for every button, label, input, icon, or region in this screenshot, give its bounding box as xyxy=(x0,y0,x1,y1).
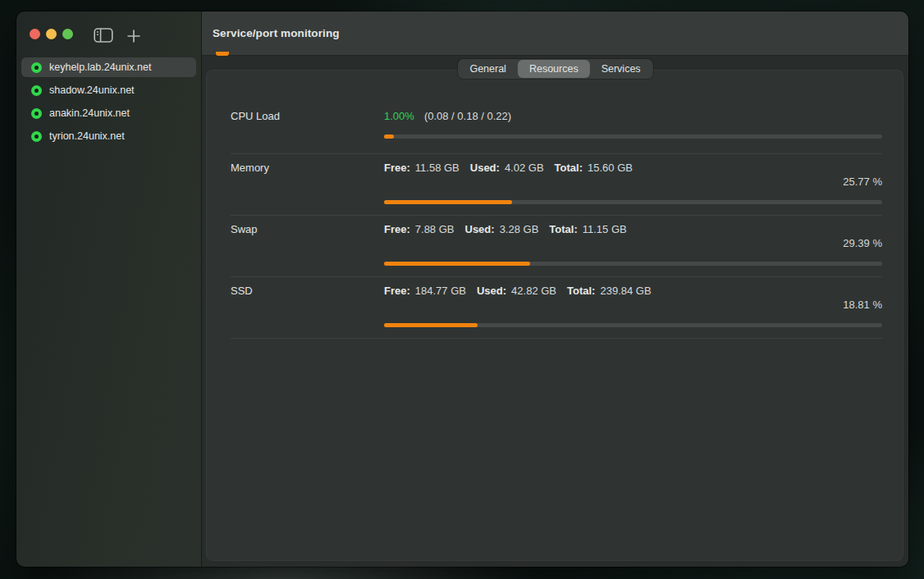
used-label: Used: xyxy=(465,223,495,235)
total-label: Total: xyxy=(549,223,577,235)
cpu-load-label: CPU Load xyxy=(231,110,384,139)
plus-icon xyxy=(126,29,141,43)
server-name: shadow.24unix.net xyxy=(49,84,135,96)
resource-values: Free:11.58 GBUsed:4.02 GBTotal:15.60 GB xyxy=(384,162,882,175)
resource-label: Swap xyxy=(231,223,384,266)
app-window: keyhelp.lab.24unix.net shadow.24unix.net… xyxy=(16,11,908,567)
server-item-anakin[interactable]: anakin.24unix.net xyxy=(21,103,196,123)
cpu-progress-track xyxy=(384,134,882,139)
resources-panel: CPU Load 1.00%(0.08 / 0.18 / 0.22) Memor… xyxy=(206,70,903,561)
resource-values: Free:184.77 GBUsed:42.82 GBTotal:239.84 … xyxy=(384,285,882,298)
used-label: Used: xyxy=(477,285,506,297)
desktop-background: keyhelp.lab.24unix.net shadow.24unix.net… xyxy=(0,0,924,579)
progress-fill xyxy=(384,200,512,204)
server-name: tyrion.24unix.net xyxy=(49,130,125,142)
server-status-online-icon xyxy=(31,62,42,73)
tab-label: Services xyxy=(602,63,641,75)
resource-label: Memory xyxy=(231,162,384,204)
total-value: 15.60 GB xyxy=(588,162,633,174)
progress-fill xyxy=(384,323,478,327)
used-value: 4.02 GB xyxy=(505,162,544,174)
percent-label: 25.77 % xyxy=(843,176,882,188)
minimize-window-button[interactable] xyxy=(46,29,57,39)
server-item-tyrion[interactable]: tyrion.24unix.net xyxy=(21,126,196,146)
sidebar-icon xyxy=(94,27,113,43)
server-list: keyhelp.lab.24unix.net shadow.24unix.net… xyxy=(16,57,201,146)
percent-label: 29.39 % xyxy=(843,237,882,249)
traffic-lights xyxy=(30,29,73,39)
cpu-load-row: CPU Load 1.00%(0.08 / 0.18 / 0.22) xyxy=(231,70,882,154)
server-status-online-icon xyxy=(31,85,42,96)
progress-track xyxy=(384,262,882,266)
total-value: 11.15 GB xyxy=(583,223,627,235)
free-label: Free: xyxy=(384,162,410,174)
zoom-window-button[interactable] xyxy=(62,29,73,39)
cpu-load-values: 1.00%(0.08 / 0.18 / 0.22) xyxy=(384,110,882,123)
free-value: 7.88 GB xyxy=(415,223,455,235)
tab-resources[interactable]: Resources xyxy=(518,60,590,78)
total-label: Total: xyxy=(555,162,583,174)
tab-label: General xyxy=(469,63,505,75)
window-title: Service/port monitoring xyxy=(213,27,340,39)
scrolled-progress-peek xyxy=(216,52,229,56)
close-window-button[interactable] xyxy=(30,29,40,39)
cpu-load-averages: (0.08 / 0.18 / 0.22) xyxy=(424,110,511,122)
cpu-load-percent: 1.00% xyxy=(384,110,414,122)
server-name: anakin.24unix.net xyxy=(49,107,130,119)
tab-bar: GeneralResourcesServices xyxy=(457,59,652,79)
tab-label: Resources xyxy=(529,63,579,75)
tab-general[interactable]: General xyxy=(458,60,517,78)
resource-label: SSD xyxy=(231,285,384,327)
resource-row-ssd: SSD Free:184.77 GBUsed:42.82 GBTotal:239… xyxy=(231,277,882,339)
progress-track xyxy=(384,323,882,327)
server-item-keyhelp[interactable]: keyhelp.lab.24unix.net xyxy=(21,57,196,77)
used-value: 42.82 GB xyxy=(511,285,556,297)
free-value: 184.77 GB xyxy=(415,285,466,297)
cpu-progress-fill xyxy=(384,134,394,139)
add-server-button[interactable] xyxy=(125,27,143,45)
resource-row-memory: Memory Free:11.58 GBUsed:4.02 GBTotal:15… xyxy=(231,154,882,216)
used-label: Used: xyxy=(470,162,500,174)
resource-row-swap: Swap Free:7.88 GBUsed:3.28 GBTotal:11.15… xyxy=(231,216,882,277)
server-status-online-icon xyxy=(31,108,42,119)
tab-services[interactable]: Services xyxy=(590,60,652,78)
total-value: 239.84 GB xyxy=(600,285,651,297)
main-panel: Service/port monitoring CPU Load 1.00%(0… xyxy=(201,11,908,567)
free-label: Free: xyxy=(384,285,410,297)
toggle-sidebar-button[interactable] xyxy=(92,25,115,45)
percent-label: 18.81 % xyxy=(843,299,882,311)
progress-track xyxy=(384,200,882,204)
content-area: CPU Load 1.00%(0.08 / 0.18 / 0.22) Memor… xyxy=(202,56,908,567)
resource-values: Free:7.88 GBUsed:3.28 GBTotal:11.15 GB xyxy=(384,223,882,236)
server-item-shadow[interactable]: shadow.24unix.net xyxy=(21,80,196,100)
free-label: Free: xyxy=(384,223,410,235)
used-value: 3.28 GB xyxy=(500,223,539,235)
total-label: Total: xyxy=(567,285,595,297)
sidebar-toolbar xyxy=(16,11,201,57)
free-value: 11.58 GB xyxy=(415,162,460,174)
server-name: keyhelp.lab.24unix.net xyxy=(49,62,151,73)
server-status-online-icon xyxy=(31,131,42,142)
window-titlebar: Service/port monitoring xyxy=(202,11,908,56)
sidebar: keyhelp.lab.24unix.net shadow.24unix.net… xyxy=(16,11,201,567)
progress-fill xyxy=(384,262,530,266)
